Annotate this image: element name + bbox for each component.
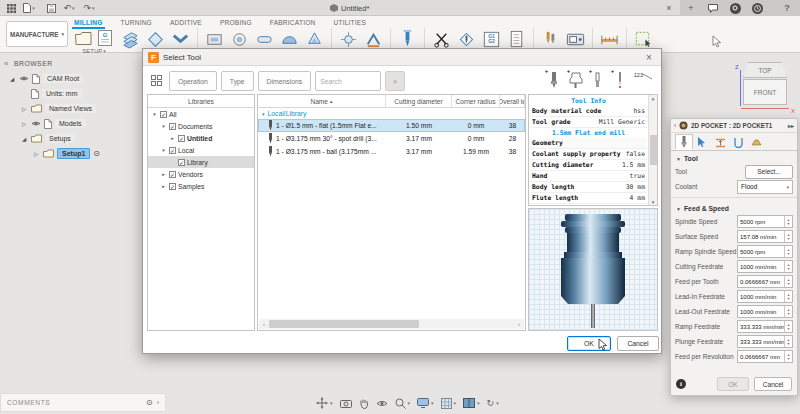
target-icon[interactable]: ⊙ xyxy=(93,149,100,158)
browser-item-named-views[interactable]: ▷Named Views xyxy=(0,101,132,116)
scroll-left-icon[interactable]: ‹ xyxy=(259,321,269,327)
column-overall-length[interactable]: Overall le xyxy=(500,95,525,107)
search-input[interactable]: Search xyxy=(315,71,381,91)
scroll-right-icon[interactable]: › xyxy=(514,321,524,327)
comments-bar[interactable]: COMMENTS ⊙ › xyxy=(0,393,166,412)
add-mill-tool-icon[interactable]: + xyxy=(546,70,561,89)
gcode-icon[interactable]: G1G2 xyxy=(481,29,502,50)
column-cutting-diameter[interactable]: Cutting diameter xyxy=(386,95,452,107)
spinner-icon[interactable]: ▲▼ xyxy=(784,336,792,347)
diamond-icon[interactable] xyxy=(145,29,166,50)
save-icon[interactable] xyxy=(44,1,58,15)
eye-icon[interactable] xyxy=(19,75,29,82)
renumber-tools-icon[interactable]: 123 xyxy=(634,72,653,81)
column-name[interactable]: Name▴ xyxy=(258,95,386,107)
view-cube[interactable]: Z TOP FRONT X xyxy=(733,60,795,118)
operation-filter-button[interactable]: Operation xyxy=(169,71,217,91)
app-grid-icon[interactable] xyxy=(4,1,18,15)
add-probe-icon[interactable]: + xyxy=(612,70,627,89)
tool-select-button[interactable]: Select... xyxy=(745,165,793,179)
contour-icon[interactable] xyxy=(229,29,250,50)
pocket-cancel-button[interactable]: Cancel xyxy=(754,377,792,391)
layers-icon[interactable] xyxy=(120,29,141,50)
tool-section-header[interactable]: ▼Tool xyxy=(671,151,797,164)
field-input[interactable]: 1000 mm/min▲▼ xyxy=(737,260,793,273)
comment-bubble-icon[interactable] xyxy=(706,1,720,15)
chevron-icon[interactable] xyxy=(170,29,191,50)
pocket-icon[interactable] xyxy=(204,29,225,50)
checkbox[interactable]: ✓ xyxy=(178,135,185,142)
workspace-switcher-button[interactable]: MANUFACTURE▾ xyxy=(6,21,68,47)
spinner-icon[interactable]: ▲▼ xyxy=(784,306,792,317)
ribbon-tab-milling[interactable]: MILLING xyxy=(72,17,105,29)
tool-row[interactable]: 1 - Ø3.175 mm - ball (3.175mm ...3.17 mm… xyxy=(258,145,525,158)
viewcube-front-face[interactable]: FRONT xyxy=(743,79,787,105)
spiral-icon[interactable] xyxy=(304,29,325,50)
field-input[interactable]: 333.333 mm/min▲▼ xyxy=(737,320,793,333)
collapse-browser-icon[interactable]: « xyxy=(4,59,9,68)
spinner-icon[interactable]: ▲▼ xyxy=(784,216,792,227)
help-icon[interactable]: ? xyxy=(780,1,794,15)
column-corner-radius[interactable]: Corner radius xyxy=(452,95,500,107)
library-tree-item-local[interactable]: ▾✓Local xyxy=(148,144,254,156)
drill-icon[interactable] xyxy=(397,29,418,50)
tab-tool[interactable] xyxy=(675,134,693,150)
close-tab-icon[interactable]: × xyxy=(662,1,676,15)
expander-icon[interactable]: ▸ xyxy=(160,171,167,177)
machine-icon[interactable] xyxy=(565,29,586,50)
slot-icon[interactable] xyxy=(254,29,275,50)
cancel-button[interactable]: Cancel xyxy=(617,336,659,351)
orbit-refresh-icon[interactable]: ↻▾ xyxy=(487,398,499,408)
field-input[interactable]: 1000 mm/min▲▼ xyxy=(737,305,793,318)
tool-row[interactable]: 1 - Ø1.5 mm - flat (1.5mm Flat e...1.50 … xyxy=(258,119,525,132)
pan-arrows-icon[interactable]: ▾ xyxy=(316,397,333,409)
extensions-icon[interactable] xyxy=(728,1,742,15)
add-turning-tool-icon[interactable]: + xyxy=(590,70,605,89)
checkbox[interactable]: ✓ xyxy=(160,111,167,118)
undo-icon[interactable]: ↶▾ xyxy=(62,1,76,15)
dialog-close-icon[interactable]: × xyxy=(642,52,656,63)
pocket-dialog-header[interactable]: ‹ 2D POCKET : 2D POCKET1 ▸▸ xyxy=(671,119,797,133)
new-setup-folder-icon[interactable] xyxy=(74,29,92,47)
panel-expand-icon[interactable]: ▸▸ xyxy=(788,122,794,129)
expander-icon[interactable]: ▾ xyxy=(151,111,158,117)
browser-item-units-mm[interactable]: Units: mm xyxy=(0,86,132,101)
tool-library-icon[interactable] xyxy=(540,29,561,50)
camera-icon[interactable] xyxy=(340,399,352,408)
browser-item-setups[interactable]: ◢Setups xyxy=(0,131,132,146)
viewports-icon[interactable]: ▾ xyxy=(463,398,480,408)
expander-icon[interactable]: ▸ xyxy=(160,183,167,189)
checkbox[interactable]: ✓ xyxy=(169,171,176,178)
checkbox[interactable]: ✓ xyxy=(178,159,185,166)
expander-icon[interactable]: ▾ xyxy=(160,147,167,153)
spinner-icon[interactable]: ▲▼ xyxy=(784,291,792,302)
clear-search-button[interactable]: × xyxy=(385,71,405,91)
field-input[interactable]: 157.08 m/min▲▼ xyxy=(737,230,793,243)
selection-box-icon[interactable] xyxy=(633,29,654,50)
library-tree-item-documents[interactable]: ▾✓Documents xyxy=(148,120,254,132)
expand-comments-icon[interactable]: › xyxy=(157,399,159,406)
dome-icon[interactable] xyxy=(279,29,300,50)
clock-icon[interactable] xyxy=(750,1,764,15)
horizontal-scrollbar[interactable]: ‹ › xyxy=(259,319,524,329)
inspect-diamond-icon[interactable] xyxy=(456,29,477,50)
tab-geometry[interactable] xyxy=(693,134,711,150)
library-tree-item-all[interactable]: ▾✓All xyxy=(148,108,254,120)
tab-heights[interactable] xyxy=(711,134,729,150)
panel-collapse-icon[interactable]: ‹ xyxy=(674,122,676,129)
checkbox[interactable]: ✓ xyxy=(169,123,176,130)
field-input[interactable]: 1000 mm/min▲▼ xyxy=(737,290,793,303)
eye-icon[interactable] xyxy=(31,120,41,127)
setup-sheet-g-icon[interactable]: G xyxy=(96,29,114,47)
field-input[interactable]: 5000 rpm▲▼ xyxy=(737,215,793,228)
tab-passes[interactable] xyxy=(729,134,747,150)
spinner-icon[interactable]: ▲▼ xyxy=(784,321,792,332)
expander-closed-icon[interactable]: ▷ xyxy=(20,121,28,127)
field-input[interactable]: 0.0666667 mm▲▼ xyxy=(737,275,793,288)
checkbox[interactable]: ✓ xyxy=(169,147,176,154)
add-holder-icon[interactable]: + xyxy=(568,70,583,89)
setup-sheet-doc-icon[interactable] xyxy=(506,29,527,50)
field-input[interactable]: 5000 rpm▲▼ xyxy=(737,245,793,258)
spinner-icon[interactable]: ▲▼ xyxy=(784,231,792,242)
document-tab[interactable]: Untitled* xyxy=(330,0,369,16)
